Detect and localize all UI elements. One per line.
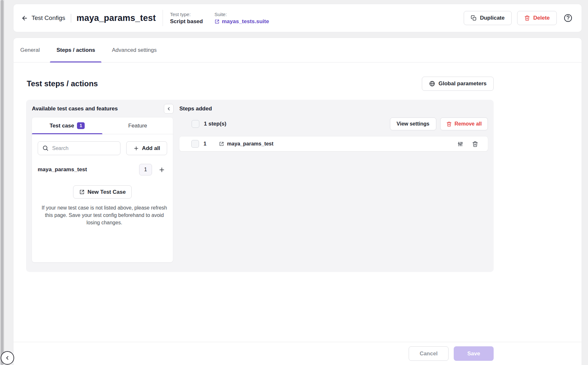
cancel-button[interactable]: Cancel: [409, 346, 449, 361]
add-all-button[interactable]: Add all: [126, 141, 167, 155]
test-type-value: Script based: [170, 18, 203, 25]
copy-icon: [471, 15, 477, 21]
remove-all-label: Remove all: [455, 121, 482, 127]
step-delete-icon[interactable]: [472, 141, 478, 147]
suite-meta: Suite: mayas_tests.suite: [214, 12, 269, 25]
external-link-icon: [214, 19, 220, 24]
main-panel: General Steps / actions Advanced setting…: [14, 38, 582, 365]
trash-icon: [446, 121, 452, 127]
screen: Test Configs maya_params_test Test type:…: [0, 0, 588, 365]
new-test-case-button[interactable]: New Test Case: [73, 185, 132, 199]
global-parameters-label: Global parameters: [439, 80, 487, 87]
test-case-count-badge: 1: [77, 122, 85, 129]
refresh-helper-text: If your new test case is not listed abov…: [38, 204, 171, 227]
search-input[interactable]: [38, 141, 120, 155]
search-box: [38, 141, 120, 155]
select-all-checkbox[interactable]: [192, 120, 199, 128]
back-arrow-icon: [21, 15, 28, 22]
duplicate-label: Duplicate: [480, 15, 505, 21]
remove-all-button[interactable]: Remove all: [440, 117, 488, 130]
step-test-case-link[interactable]: maya_params_test: [219, 141, 273, 147]
available-card: Test case 1 Feature: [32, 117, 173, 262]
external-link-icon: [219, 141, 224, 146]
global-parameters-button[interactable]: Global parameters: [422, 77, 494, 91]
steps-added-column: Steps added 1 step(s) View settings: [179, 100, 488, 272]
tab-advanced-settings[interactable]: Advanced settings: [105, 38, 163, 62]
chevron-left-icon: [166, 106, 171, 111]
help-button[interactable]: [563, 13, 573, 23]
save-button[interactable]: Save: [454, 346, 494, 361]
footer: Cancel Save: [14, 342, 582, 365]
content-area: Test steps / actions Global parameters A…: [14, 62, 582, 342]
divider: [163, 10, 163, 26]
scrollbar-thumb[interactable]: [1, 0, 4, 365]
sidebar-collapse-button[interactable]: [1, 351, 14, 365]
back-label: Test Configs: [32, 14, 65, 22]
available-title: Available test cases and features: [32, 106, 118, 112]
step-name: maya_params_test: [227, 141, 273, 147]
duplicate-button[interactable]: Duplicate: [464, 11, 512, 25]
suite-link-label: mayas_tests.suite: [222, 18, 269, 25]
plus-icon: [133, 145, 139, 151]
delete-button[interactable]: Delete: [517, 11, 557, 25]
steps-controls: 1 step(s) View settings Remove all: [179, 117, 488, 130]
chevron-left-circle-icon: [5, 355, 10, 361]
new-test-case-label: New Test Case: [88, 189, 126, 195]
tab-bar: General Steps / actions Advanced setting…: [14, 38, 582, 62]
page-title: maya_params_test: [77, 13, 156, 23]
available-tab-bar: Test case 1 Feature: [32, 117, 173, 134]
left-scrollbar[interactable]: [0, 0, 4, 365]
steps-added-title: Steps added: [179, 106, 212, 112]
divider: [71, 14, 71, 23]
add-all-label: Add all: [142, 145, 160, 152]
add-test-case-button[interactable]: [157, 165, 166, 174]
external-link-icon: [79, 189, 85, 195]
globe-icon: [429, 80, 435, 87]
tab-test-case[interactable]: Test case 1: [32, 117, 102, 134]
delete-label: Delete: [533, 15, 550, 21]
steps-count-label: 1 step(s): [204, 121, 226, 127]
help-circle-icon: [564, 14, 573, 23]
search-icon: [42, 145, 49, 151]
step-settings-sliders-icon[interactable]: [457, 141, 463, 147]
test-case-list-item: maya_params_test 1: [38, 164, 167, 175]
test-type-label: Test type:: [170, 12, 203, 17]
back-link[interactable]: Test Configs: [21, 14, 65, 22]
test-case-count-box[interactable]: 1: [139, 164, 152, 175]
tab-feature[interactable]: Feature: [102, 117, 173, 134]
section-heading: Test steps / actions: [27, 79, 98, 88]
step-row: 1 maya_params_test: [179, 136, 488, 151]
suite-link[interactable]: mayas_tests.suite: [214, 18, 269, 25]
test-case-name: maya_params_test: [38, 166, 139, 173]
header: Test Configs maya_params_test Test type:…: [14, 4, 582, 32]
trash-icon: [524, 15, 530, 21]
tab-general[interactable]: General: [14, 38, 46, 62]
collapse-panel-button[interactable]: [164, 104, 174, 114]
test-case-tab-label: Test case: [50, 123, 74, 129]
tab-steps-actions[interactable]: Steps / actions: [50, 38, 101, 62]
steps-panel: Available test cases and features Test c…: [26, 100, 494, 272]
view-settings-button[interactable]: View settings: [390, 117, 436, 130]
step-checkbox[interactable]: [191, 140, 199, 148]
step-index: 1: [204, 141, 207, 147]
view-settings-label: View settings: [397, 121, 430, 127]
suite-label: Suite:: [214, 12, 269, 17]
test-type-meta: Test type: Script based: [170, 12, 203, 25]
